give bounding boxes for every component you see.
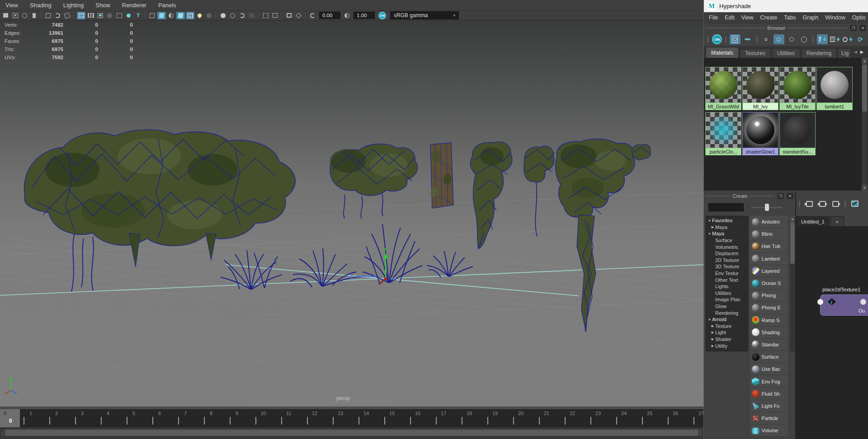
trunk-column[interactable] [430,143,453,208]
node-type-light-fog[interactable]: Light Fo [750,400,788,412]
create-list-scrollbar[interactable]: ▲ [790,216,795,351]
material-swatch[interactable]: MI_Ivy [742,67,778,111]
node-type-surface-shader[interactable]: Surface [750,351,788,363]
material-swatch-area[interactable]: MI_GrassWild MI_Ivy MI_IvyTile lambert1 … [704,58,868,191]
perspective-viewport[interactable]: Y Z Verts: 7482 0 0 [0,21,703,406]
hs-menu-create[interactable]: Create [760,14,778,21]
scene-canvas[interactable]: Y Z [0,21,703,406]
material-sphere-icon[interactable] [167,12,175,19]
tree-item[interactable]: ▶Light [706,329,748,336]
tree-item[interactable]: Image Plan [706,296,748,303]
slider-handle[interactable] [765,204,769,211]
plane-split-icon[interactable] [271,12,279,19]
tree-open-icon[interactable]: ▼ [707,232,712,235]
add-tab-button[interactable]: + [830,216,844,226]
menu-panels[interactable]: Panels [158,2,176,9]
gamma-icon[interactable] [343,12,351,19]
tab-scroll-right-icon[interactable]: ▶ [860,50,863,54]
scroll-down-icon[interactable]: ▼ [862,185,868,191]
color-management-toggle[interactable]: ON [378,12,386,19]
xray-icon[interactable] [228,12,237,19]
textured-display-icon[interactable] [96,12,104,19]
graph-output-connections-button[interactable] [830,199,841,208]
tab-lights[interactable]: Lig [838,48,851,58]
tree-item-maya[interactable]: ▼Maya [706,230,748,237]
node-type-env-fog[interactable]: Env Fog [750,375,788,388]
graph-input-connections-button[interactable] [804,199,815,208]
motion-blur-icon[interactable]: T [134,12,142,19]
scrollbar-thumb[interactable] [862,65,867,112]
range-slider[interactable] [0,427,703,439]
tree-item[interactable]: Rendering [706,309,748,316]
range-start-handle[interactable] [1,430,5,436]
node-type-phong[interactable]: Phong [750,290,788,302]
tree-item[interactable]: Lights [706,283,748,290]
tab-rendering[interactable]: Rendering [801,48,837,58]
float-panel-button[interactable]: ❐ [777,193,784,199]
scrollbar-thumb[interactable] [790,222,795,264]
grass-tufts[interactable] [221,224,473,290]
node-input-socket[interactable] [817,299,823,305]
tab-materials[interactable]: Materials [706,47,739,58]
node-type-particle-cloud[interactable]: Particle [750,412,788,425]
camera-attributes-icon[interactable] [20,12,29,19]
tab-untitled-1[interactable]: Untitled_1 [796,216,830,226]
material-swatch[interactable]: standardSu... [779,112,816,156]
resize-icon[interactable] [294,12,303,19]
menu-view[interactable]: View [5,2,18,9]
gamma-field[interactable]: 1.00 [354,12,375,19]
tree-open-icon[interactable]: ▼ [707,318,712,321]
hs-menu-window[interactable]: Window [825,14,845,21]
isolate-select-icon[interactable] [219,12,227,19]
shadows-display-icon[interactable] [115,12,123,19]
node-type-use-background[interactable]: Use Bac [750,363,788,375]
xray-active-icon[interactable] [247,12,256,19]
layout-split-icon[interactable] [285,12,293,19]
panel-drag-dots[interactable] [788,28,847,28]
panel-drag-dots[interactable] [706,196,730,196]
tree-item[interactable]: Volumetric [706,243,748,250]
tab-scroll-left-icon[interactable]: ◀ [854,50,857,54]
tree-item[interactable]: Displacem [706,250,748,257]
hs-menu-file[interactable]: File [709,14,718,21]
material-thumbnail[interactable] [742,112,778,148]
tree-item[interactable]: Glow [706,303,748,310]
tree-item-favorites[interactable]: ▼Favorites [706,217,748,224]
bookmark-icon[interactable] [30,12,38,19]
place2d-texture-node[interactable]: T Ou [820,294,868,316]
selection-highlight-icon[interactable] [261,12,270,19]
node-editor-graph[interactable]: place2dTexture1 T Ou [796,227,868,439]
hypershade-titlebar[interactable]: M Hypershade [704,0,868,12]
tree-closed-icon[interactable]: ▶ [710,337,715,341]
node-type-phong-e[interactable]: Phong E [750,302,788,314]
material-thumbnail[interactable] [742,67,778,103]
shaded-display-icon[interactable] [86,12,95,19]
node-type-ramp[interactable]: Ramp S [750,314,788,327]
node-type-ocean[interactable]: Ocean S [750,277,788,290]
material-swatch[interactable]: shaderGlow1 [742,112,778,156]
icon-size-slider[interactable] [751,203,783,211]
view-transform-dropdown[interactable]: sRGB gamma ▼ [390,11,459,19]
sort-by-time-button[interactable] [842,34,853,44]
hs-menu-edit[interactable]: Edit [725,14,735,21]
image-plane-icon[interactable] [44,12,52,19]
tree-item[interactable]: Utilities [706,290,748,297]
node-output-socket[interactable] [860,299,866,305]
shadows-icon[interactable] [205,12,213,19]
browser-scrollbar[interactable]: ▲ ▼ [862,58,868,191]
tree-item[interactable]: ▶Shader [706,336,748,343]
swatch-render-toggle[interactable]: ON [712,34,722,44]
swatch-size-xlarge-button[interactable] [798,34,809,44]
close-panel-button[interactable]: ✕ [787,193,793,199]
node-type-standard-surface[interactable]: Standar [750,339,788,351]
node-type-blinn[interactable]: Blinn [750,228,788,240]
time-slider[interactable]: 0 1 2 3 4 5 6 7 8 9 10 11 12 13 14 15 16… [0,406,703,427]
2d-pan-zoom-icon[interactable] [53,12,62,19]
menu-show[interactable]: Show [95,2,110,9]
node-type-layered[interactable]: Layered [750,265,788,277]
bush-mid[interactable] [330,144,418,219]
tree-closed-icon[interactable]: ▶ [710,344,715,348]
sort-by-type-button[interactable] [830,34,840,44]
exposure-icon[interactable] [308,12,317,19]
range-end-handle[interactable] [698,430,702,436]
